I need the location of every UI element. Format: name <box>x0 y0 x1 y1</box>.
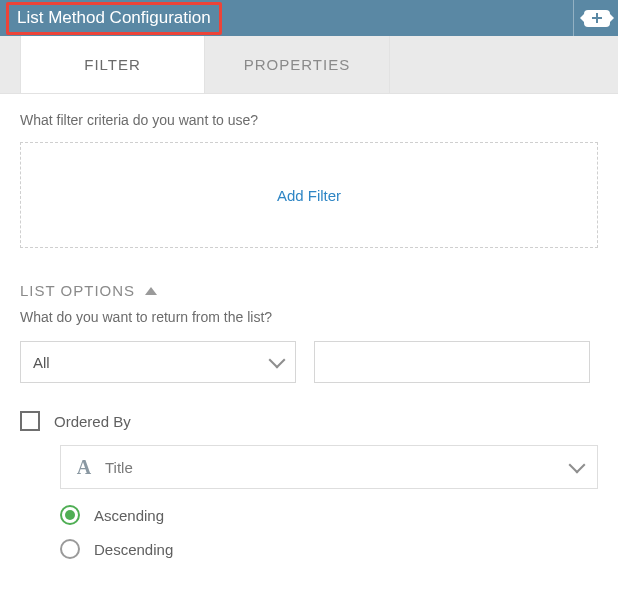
list-method-config-panel: List Method Configuration FILTER PROPERT… <box>0 0 618 589</box>
return-value-input[interactable] <box>314 341 590 383</box>
panel-body: What filter criteria do you want to use?… <box>0 94 618 589</box>
panel-title: List Method Configuration <box>17 8 211 28</box>
collapse-caret-icon <box>145 287 157 295</box>
return-prompt: What do you want to return from the list… <box>20 309 598 325</box>
order-field-label: Title <box>105 459 133 476</box>
tab-properties[interactable]: PROPERTIES <box>205 36 390 93</box>
add-filter-link[interactable]: Add Filter <box>277 187 341 204</box>
header-actions <box>573 0 618 36</box>
sort-desc-label: Descending <box>94 541 173 558</box>
sort-asc-row[interactable]: Ascending <box>60 505 598 525</box>
ordered-by-row: Ordered By <box>20 411 598 431</box>
sort-desc-row[interactable]: Descending <box>60 539 598 559</box>
text-type-icon: A <box>75 456 93 479</box>
return-select-value: All <box>33 354 50 371</box>
tab-filter-label: FILTER <box>84 56 141 73</box>
tab-properties-label: PROPERTIES <box>244 56 350 73</box>
filter-prompt: What filter criteria do you want to use? <box>20 112 598 128</box>
add-filter-dropzone[interactable]: Add Filter <box>20 142 598 248</box>
chevron-down-icon <box>569 457 586 474</box>
tab-bar: FILTER PROPERTIES <box>0 36 618 94</box>
ordered-by-checkbox[interactable] <box>20 411 40 431</box>
panel-header: List Method Configuration <box>0 0 618 36</box>
panel-title-highlight: List Method Configuration <box>6 2 222 35</box>
list-options-heading: LIST OPTIONS <box>20 282 135 299</box>
sort-asc-radio[interactable] <box>60 505 80 525</box>
tab-filter[interactable]: FILTER <box>20 36 205 93</box>
ordered-by-label: Ordered By <box>54 413 131 430</box>
sort-asc-label: Ascending <box>94 507 164 524</box>
list-options-header[interactable]: LIST OPTIONS <box>20 282 598 299</box>
ordered-by-subsection: A Title Ascending Descending <box>20 445 598 559</box>
return-select[interactable]: All <box>20 341 296 383</box>
add-button[interactable] <box>584 10 610 27</box>
sort-desc-radio[interactable] <box>60 539 80 559</box>
order-field-select[interactable]: A Title <box>60 445 598 489</box>
chevron-down-icon <box>269 352 286 369</box>
return-row: All <box>20 341 598 383</box>
